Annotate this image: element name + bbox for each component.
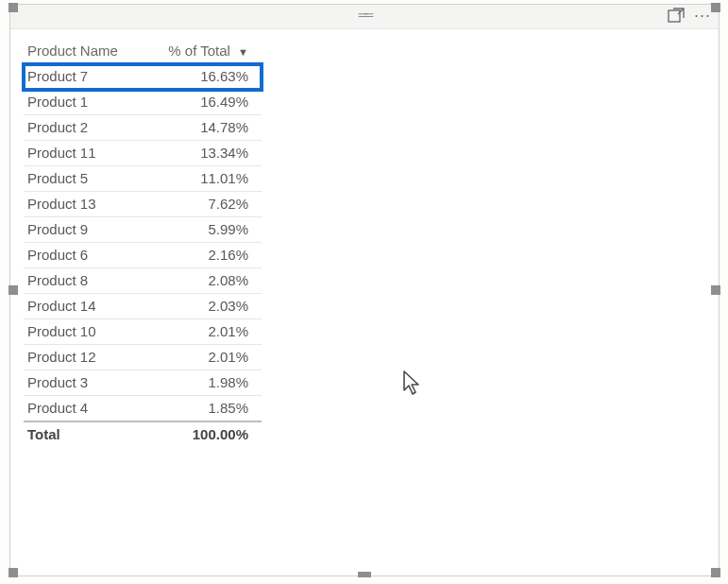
table-row[interactable]: Product 1113.34% xyxy=(24,141,262,166)
table-visual-container[interactable]: ══ ··· Product Name % of Total ▼ xyxy=(9,4,720,576)
cell-percent-of-total: 14.78% xyxy=(148,115,262,141)
cell-product-name: Product 5 xyxy=(24,166,148,192)
cell-product-name: Product 14 xyxy=(24,294,148,319)
total-value: 100.00% xyxy=(148,421,262,447)
cell-percent-of-total: 2.08% xyxy=(148,268,262,294)
table-row[interactable]: Product 31.98% xyxy=(24,370,262,396)
more-options-icon[interactable]: ··· xyxy=(694,9,711,22)
table-row[interactable]: Product 41.85% xyxy=(24,396,262,422)
cell-percent-of-total: 1.98% xyxy=(148,370,262,396)
cell-percent-of-total: 16.63% xyxy=(148,64,262,90)
cell-product-name: Product 9 xyxy=(24,217,148,243)
table-row[interactable]: Product 214.78% xyxy=(24,115,262,141)
resize-handle-top-right[interactable] xyxy=(711,3,720,12)
cell-product-name: Product 12 xyxy=(24,345,148,370)
cell-product-name: Product 6 xyxy=(24,243,148,268)
focus-mode-icon[interactable] xyxy=(668,8,685,23)
table-row[interactable]: Product 62.16% xyxy=(24,243,262,268)
cell-product-name: Product 7 xyxy=(24,64,148,90)
svg-line-1 xyxy=(678,9,684,14)
table-row[interactable]: Product 102.01% xyxy=(24,319,262,345)
cell-product-name: Product 4 xyxy=(24,396,148,422)
cell-product-name: Product 13 xyxy=(24,192,148,217)
cell-percent-of-total: 16.49% xyxy=(148,90,262,115)
table-row[interactable]: Product 122.01% xyxy=(24,345,262,370)
column-header-percent-of-total[interactable]: % of Total ▼ xyxy=(148,39,262,64)
cell-percent-of-total: 7.62% xyxy=(148,192,262,217)
resize-handle-top-left[interactable] xyxy=(8,3,18,12)
cell-percent-of-total: 11.01% xyxy=(148,166,262,192)
drag-grip-icon[interactable]: ══ xyxy=(354,13,375,21)
cell-product-name: Product 3 xyxy=(24,370,148,396)
cell-percent-of-total: 2.01% xyxy=(148,319,262,345)
resize-handle-bottom-right[interactable] xyxy=(711,568,720,577)
cell-product-name: Product 10 xyxy=(24,319,148,345)
cell-percent-of-total: 13.34% xyxy=(148,141,262,166)
table-row[interactable]: Product 142.03% xyxy=(24,294,262,319)
cell-product-name: Product 11 xyxy=(24,141,148,166)
column-header-product-name[interactable]: Product Name xyxy=(24,39,148,64)
table-row[interactable]: Product 95.99% xyxy=(24,217,262,243)
table-row[interactable]: Product 137.62% xyxy=(24,192,262,217)
table-row[interactable]: Product 82.08% xyxy=(24,268,262,294)
column-header-label: % of Total xyxy=(168,43,230,59)
header-row: Product Name % of Total ▼ xyxy=(24,39,262,64)
sort-descending-icon: ▼ xyxy=(238,46,248,58)
table-row[interactable]: Product 511.01% xyxy=(24,166,262,192)
cell-percent-of-total: 1.85% xyxy=(148,396,262,422)
resize-handle-mid-left[interactable] xyxy=(8,285,18,295)
cell-product-name: Product 2 xyxy=(24,115,148,141)
cell-percent-of-total: 2.01% xyxy=(148,345,262,370)
visual-header: ══ ··· xyxy=(10,5,719,29)
table-row[interactable]: Product 716.63% xyxy=(24,64,262,90)
cell-product-name: Product 8 xyxy=(24,268,148,294)
total-row: Total 100.00% xyxy=(24,421,262,447)
resize-handle-mid-bottom[interactable] xyxy=(358,572,371,577)
table-row[interactable]: Product 116.49% xyxy=(24,90,262,115)
resize-handle-mid-right[interactable] xyxy=(711,285,720,295)
resize-handle-bottom-left[interactable] xyxy=(8,568,18,577)
cell-percent-of-total: 5.99% xyxy=(148,217,262,243)
data-table: Product Name % of Total ▼ Product 716.63… xyxy=(24,39,262,447)
total-label: Total xyxy=(24,421,148,447)
cell-percent-of-total: 2.16% xyxy=(148,243,262,268)
table-body: Product Name % of Total ▼ Product 716.63… xyxy=(10,29,719,447)
cell-percent-of-total: 2.03% xyxy=(148,294,262,319)
cell-product-name: Product 1 xyxy=(24,90,148,115)
column-header-label: Product Name xyxy=(27,43,118,59)
svg-rect-0 xyxy=(669,10,680,22)
